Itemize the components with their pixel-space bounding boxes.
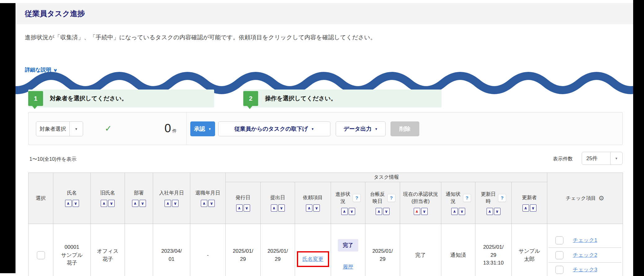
delete-button[interactable]: 削除 [390,121,419,136]
step-1-banner: 1 対象者を選択してください。 [28,90,214,107]
sort-desc-button[interactable]: ∨ [139,200,146,207]
name-cell: 00001 サンプル 花子 [53,224,91,276]
sort-asc-button[interactable]: ∧ [65,200,72,207]
help-icon[interactable]: ? [387,194,395,202]
col-header-updated-at: 更新日時 ? ∧∨ [475,182,512,224]
ledger-date-cell: 2025/01/ 29 [365,224,400,276]
page-size-select[interactable]: 25件 ▼ [582,152,623,165]
withdraw-task-button[interactable]: 従業員からのタスクの取下げ ▼ [218,121,330,136]
delete-label: 削除 [399,125,411,133]
submit-date-cell: 2025/01/ 29 [261,224,295,276]
selected-count-unit: 件 [172,128,177,134]
step-1-badge: 1 [28,91,43,106]
sort-asc-button[interactable]: ∧ [132,200,139,207]
col-header-hire-date: 入社年月日 ∧∨ [153,173,190,224]
sort-asc-button[interactable]: ∧ [306,204,312,212]
approve-button[interactable]: 承認 ▼ [190,121,215,136]
dropdown-arrow-icon[interactable]: ▼ [69,122,83,136]
notify-status-cell: 通知済 [441,224,475,276]
result-range-text: 1〜10(全10)件を表示 [29,156,77,163]
dropdown-arrow-icon[interactable]: ▼ [610,152,622,164]
col-header-check-items: チェック項目 ⚙ [547,173,623,224]
check-item-checkbox[interactable] [555,236,563,244]
check-item-row: チェック3 [549,262,621,276]
page-size-value: 25件 [582,152,610,164]
history-link[interactable]: 履歴 [343,264,353,270]
sort-desc-button[interactable]: ∨ [383,208,390,215]
sort-desc-button[interactable]: ∨ [349,208,355,215]
selection-check-icon: ✓ [105,124,112,134]
request-item-link[interactable]: 氏名変更 [302,256,324,262]
task-table: 選択 氏名 ∧∨ 旧氏名 ∧∨ 部署 ∧∨ 入社年月日 ∧∨ 退職年月日 ∧∨ [28,173,623,276]
sort-asc-button[interactable]: ∧ [165,200,171,207]
sort-desc-button[interactable]: ∨ [208,200,215,207]
sort-asc-button[interactable]: ∧ [236,204,243,212]
row-select-cell [29,224,53,276]
check-item-checkbox[interactable] [555,266,563,274]
progress-status-cell: 完了 履歴 [331,224,365,276]
help-icon[interactable]: ? [353,194,361,202]
sort-asc-button[interactable]: ∧ [487,208,493,215]
row-checkbox[interactable] [37,251,45,259]
check-item-link[interactable]: チェック1 [573,236,597,244]
retire-date-cell: - [190,224,226,276]
check-item-checkbox[interactable] [555,251,563,259]
col-header-approval-status: 現在の承認状況 (担当者) ∧∨ [400,182,441,224]
sort-desc-button[interactable]: ∨ [172,200,179,207]
request-item-cell: 氏名変更 [295,224,331,276]
title-band: 従業員タスク進捗 [15,3,633,24]
col-header-submit-date: 提出日 ∧∨ [261,182,295,224]
sort-desc-button[interactable]: ∨ [278,204,285,212]
sort-desc-button[interactable]: ∨ [73,200,79,207]
step-2-badge: 2 [243,91,258,106]
dropdown-arrow-icon: ▼ [311,127,314,131]
check-item-link[interactable]: チェック3 [573,266,597,274]
sort-asc-button[interactable]: ∧ [451,208,458,215]
approval-status-cell: 完了 [400,224,441,276]
department-cell [125,224,153,276]
check-item-link[interactable]: チェック2 [573,251,597,259]
highlight-red-box: 氏名変更 [297,251,329,267]
sort-asc-button-active[interactable]: ∧ [414,208,420,215]
help-icon[interactable]: ? [463,194,471,202]
sort-asc-button[interactable]: ∧ [271,204,277,212]
help-icon[interactable]: ? [498,194,506,202]
sort-desc-button[interactable]: ∨ [108,200,115,207]
sort-desc-button[interactable]: ∨ [313,204,320,212]
hire-date-cell: 2023/04/ 01 [153,224,190,276]
sort-asc-button[interactable]: ∧ [523,204,529,212]
approve-label: 承認 [194,125,205,133]
sort-desc-button[interactable]: ∨ [459,208,465,215]
app-window: 従業員タスク進捗 進捗状況が「収集済」、「手続中」になっているタスクの内容確認が… [15,0,633,276]
left-letterbox [0,3,15,273]
issue-date-cell: 2025/01/ 29 [226,224,261,276]
col-header-name: 氏名 ∧∨ [53,173,91,224]
status-badge: 完了 [338,239,358,252]
sort-desc-button[interactable]: ∨ [244,204,250,212]
export-label: データ出力 [343,125,372,133]
col-header-old-name: 旧氏名 ∧∨ [91,173,125,224]
step-2-label: 操作を選択してください。 [265,90,337,107]
check-item-row: チェック2 [549,248,621,262]
col-header-updater: 更新者 ∧∨ [512,182,547,224]
old-name-cell: オフィス 花子 [91,224,125,276]
action-panel: 対象者選択 ▼ ✓ 0 件 承認 ▼ 従業員からのタスクの取下げ ▼ データ出力… [28,112,623,145]
target-select-button[interactable]: 対象者選択 ▼ [36,121,83,136]
col-header-department: 部署 ∧∨ [125,173,153,224]
sort-asc-button[interactable]: ∧ [376,208,382,215]
step-2-banner: 2 操作を選択してください。 [243,90,442,107]
sort-asc-button[interactable]: ∧ [201,200,207,207]
updated-at-cell: 2025/01/ 29 13:31:10 [475,224,512,276]
check-items-cell: チェック1 チェック2 チェック3 [547,224,623,276]
sort-desc-button[interactable]: ∨ [421,208,428,215]
sort-asc-button[interactable]: ∧ [341,208,348,215]
col-header-issue-date: 発行日 ∧∨ [226,182,261,224]
sort-desc-button[interactable]: ∨ [494,208,501,215]
sort-desc-button[interactable]: ∨ [530,204,536,212]
dropdown-arrow-icon: ▼ [375,127,378,131]
sort-asc-button[interactable]: ∧ [101,200,107,207]
col-header-notify-status: 通知状況 ? ∧∨ [441,182,475,224]
col-header-select: 選択 [29,173,53,224]
data-export-button[interactable]: データ出力 ▼ [336,121,386,136]
gear-icon[interactable]: ⚙ [598,195,604,202]
